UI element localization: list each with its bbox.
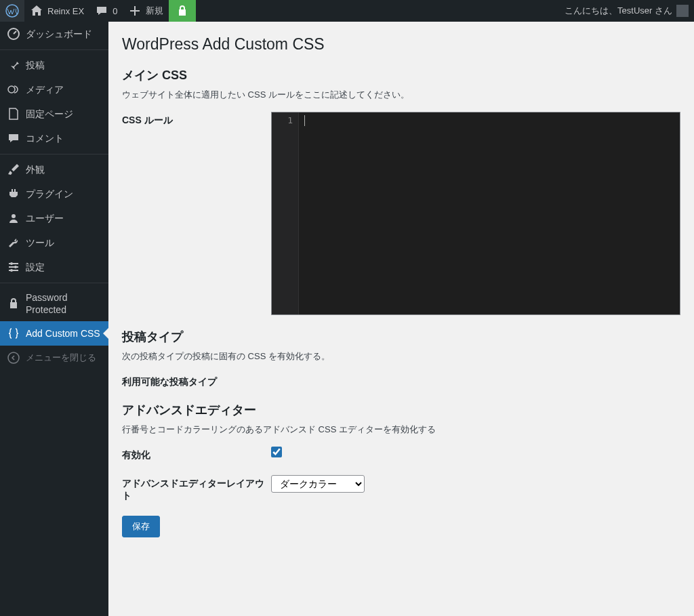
sidebar-item-pages[interactable]: 固定ページ [0, 102, 108, 126]
users-icon [7, 211, 20, 225]
editor-gutter: 1 [272, 112, 299, 314]
page-title: WordPress Add Custom CSS [122, 35, 680, 54]
lock-indicator[interactable] [169, 0, 196, 22]
wrench-icon [7, 236, 20, 249]
new-link[interactable]: 新規 [123, 0, 169, 22]
css-rules-label: CSS ルール [122, 112, 271, 127]
site-name: Reinx EX [47, 6, 84, 16]
editor-cursor [304, 115, 305, 126]
layout-select[interactable]: ダークカラー [271, 475, 365, 493]
site-link[interactable]: Reinx EX [24, 0, 89, 22]
sidebar-item-label: ユーザー [26, 212, 103, 224]
lock-icon [176, 4, 189, 18]
svg-point-4 [10, 262, 13, 265]
sidebar-item-label: 外観 [26, 163, 103, 176]
sidebar-item-label: コメント [26, 132, 103, 144]
plugin-icon [7, 187, 20, 201]
sidebar-item-label: メディア [26, 83, 103, 96]
sidebar-item-appearance[interactable]: 外観 [0, 157, 108, 182]
sidebar-item-users[interactable]: ユーザー [0, 206, 108, 230]
layout-label: アドバンスドエディターレイアウト [122, 475, 271, 502]
svg-point-5 [14, 266, 17, 268]
dashboard-icon [7, 27, 20, 41]
comments-count: 0 [113, 6, 117, 16]
braces-icon [7, 327, 20, 340]
sidebar-item-settings[interactable]: 設定 [0, 255, 108, 279]
svg-point-2 [8, 86, 15, 93]
sidebar-item-label: 固定ページ [26, 108, 103, 120]
save-button[interactable]: 保存 [122, 516, 160, 537]
sidebar-collapse[interactable]: メニューを閉じる [0, 346, 108, 370]
page-icon [7, 107, 20, 121]
brush-icon [7, 163, 20, 176]
sidebar-item-add-custom-css[interactable]: Add Custom CSS [0, 321, 108, 346]
comment-icon [7, 131, 20, 145]
plus-icon [128, 4, 142, 18]
media-icon [7, 83, 20, 96]
avatar [676, 5, 689, 17]
sidebar-item-dashboard[interactable]: ダッシュボード [0, 22, 108, 46]
sidebar-item-label: ダッシュボード [26, 28, 103, 40]
sidebar-item-label: 設定 [26, 261, 103, 273]
post-types-description: 次の投稿タイプの投稿に固有の CSS を有効化する。 [122, 350, 680, 363]
sidebar-item-label: Add Custom CSS [26, 327, 103, 340]
home-icon [30, 4, 43, 18]
wordpress-icon [5, 4, 19, 18]
pin-icon [7, 58, 20, 72]
lock-icon [7, 297, 20, 310]
sidebar-item-label: 投稿 [26, 59, 103, 71]
svg-point-6 [10, 269, 13, 272]
sidebar-item-label: メニューを閉じる [26, 352, 103, 364]
sidebar-item-tools[interactable]: ツール [0, 230, 108, 255]
comment-icon [95, 4, 108, 18]
main-css-heading: メイン CSS [122, 67, 680, 83]
greeting-text: こんにちは、TestUser さん [565, 5, 672, 17]
enable-checkbox[interactable] [271, 447, 282, 457]
new-label: 新規 [146, 5, 163, 17]
sidebar-item-password-protected[interactable]: Password Protected [0, 286, 108, 321]
advanced-editor-description: 行番号とコードカラーリングのあるアドバンスド CSS エディターを有効化する [122, 424, 680, 436]
svg-point-3 [12, 214, 16, 218]
css-editor[interactable]: 1 [271, 112, 680, 315]
svg-point-7 [8, 352, 19, 363]
advanced-editor-heading: アドバンスドエディター [122, 402, 680, 418]
main-css-description: ウェブサイト全体に適用したい CSS ルールをここに記述してください。 [122, 89, 680, 101]
enable-label: 有効化 [122, 447, 271, 461]
sidebar-item-label: Password Protected [26, 291, 103, 316]
comments-link[interactable]: 0 [89, 0, 123, 22]
sidebar-item-posts[interactable]: 投稿 [0, 53, 108, 77]
sidebar-item-comments[interactable]: コメント [0, 126, 108, 150]
sidebar-item-label: ツール [26, 237, 103, 249]
post-types-heading: 投稿タイプ [122, 329, 680, 345]
editor-codearea[interactable] [299, 112, 680, 314]
sidebar-item-media[interactable]: メディア [0, 77, 108, 102]
sidebar-item-label: プラグイン [26, 188, 103, 200]
sidebar-item-plugins[interactable]: プラグイン [0, 182, 108, 206]
line-number: 1 [287, 115, 293, 125]
wp-logo[interactable] [0, 0, 24, 22]
sliders-icon [7, 260, 20, 274]
collapse-icon [7, 351, 20, 365]
available-types-label: 利用可能な投稿タイプ [122, 373, 271, 388]
user-greeting[interactable]: こんにちは、TestUser さん [565, 0, 689, 22]
